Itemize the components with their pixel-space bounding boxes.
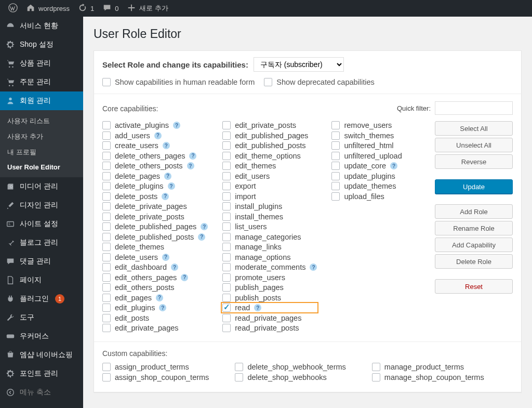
deprecated-checkbox[interactable] — [264, 78, 272, 86]
cap-checkbox[interactable] — [222, 243, 231, 251]
help-icon[interactable]: ? — [189, 152, 196, 160]
sidebar-subitem-1[interactable]: 사용자 추가 — [0, 129, 83, 144]
sidebar-item-13[interactable]: 우커머스 — [0, 327, 83, 346]
cap-update_core[interactable]: update_core ? — [331, 162, 402, 170]
cap-checkbox[interactable] — [222, 182, 231, 190]
cap-checkbox[interactable] — [102, 141, 111, 150]
cap-switch_themes[interactable]: switch_themes — [331, 131, 402, 140]
cap-checkbox[interactable] — [102, 162, 111, 170]
cap-checkbox[interactable] — [102, 253, 111, 261]
help-icon[interactable]: ? — [310, 264, 317, 271]
cap-checkbox[interactable] — [222, 152, 231, 160]
unselect-all-button[interactable]: Unselect All — [435, 138, 513, 152]
cap-moderate_comments[interactable]: moderate_comments ? — [222, 263, 317, 271]
cap-checkbox[interactable] — [102, 314, 111, 322]
cap-delete_shop_webhooks[interactable]: delete_shop_webhooks — [235, 373, 345, 381]
cap-checkbox[interactable] — [102, 273, 111, 282]
cap-export[interactable]: export — [222, 182, 317, 190]
cap-checkbox[interactable] — [102, 172, 111, 180]
cap-checkbox[interactable] — [235, 363, 243, 371]
cap-checkbox[interactable] — [222, 314, 231, 322]
sidebar-item-10[interactable]: 페이지 — [0, 271, 83, 289]
cap-install_plugins[interactable]: install_plugins — [222, 202, 317, 210]
cap-checkbox[interactable] — [102, 294, 111, 302]
cap-checkbox[interactable] — [222, 162, 231, 170]
cap-delete_users[interactable]: delete_users ? — [102, 253, 208, 261]
new-content-link[interactable]: 새로 추가 — [123, 3, 172, 14]
cap-assign_shop_coupon_terms[interactable]: assign_shop_coupon_terms — [102, 373, 209, 381]
cap-checkbox[interactable] — [102, 213, 111, 221]
comments-link[interactable]: 0 — [98, 3, 123, 14]
sidebar-item-0[interactable]: 서비스 현황 — [0, 17, 83, 35]
cap-edit_theme_options[interactable]: edit_theme_options — [222, 152, 317, 160]
role-select[interactable]: 구독자 (subscriber) — [254, 57, 344, 72]
sidebar-item-12[interactable]: 도구 — [0, 308, 83, 327]
cap-unfiltered_html[interactable]: unfiltered_html — [331, 141, 402, 150]
reverse-button[interactable]: Reverse — [435, 154, 513, 169]
cap-checkbox[interactable] — [331, 121, 340, 129]
cap-add_users[interactable]: add_users ? — [102, 131, 208, 140]
cap-install_themes[interactable]: install_themes — [222, 213, 317, 221]
cap-create_users[interactable]: create_users ? — [102, 141, 208, 150]
human-readable-checkbox[interactable] — [102, 78, 111, 86]
help-icon[interactable]: ? — [198, 233, 205, 241]
cap-read_private_posts[interactable]: read_private_posts — [222, 324, 317, 332]
site-link[interactable]: wordpress — [22, 3, 74, 14]
cap-import[interactable]: import — [222, 192, 317, 201]
cap-checkbox[interactable] — [102, 121, 111, 129]
help-icon[interactable]: ? — [173, 122, 180, 129]
updates-link[interactable]: 1 — [74, 3, 98, 14]
cap-delete_private_pages[interactable]: delete_private_pages — [102, 202, 208, 210]
cap-edit_others_posts[interactable]: edit_others_posts — [102, 283, 208, 292]
help-icon[interactable]: ? — [164, 173, 171, 180]
sidebar-item-6[interactable]: 디자인 관리 — [0, 196, 83, 215]
cap-checkbox[interactable] — [331, 162, 340, 170]
cap-edit_plugins[interactable]: edit_plugins ? — [102, 304, 208, 312]
cap-edit_dashboard[interactable]: edit_dashboard ? — [102, 263, 208, 271]
cap-checkbox[interactable] — [372, 363, 380, 371]
cap-delete_others_posts[interactable]: delete_others_posts ? — [102, 162, 208, 170]
cap-read[interactable]: read ? — [222, 304, 317, 312]
cap-checkbox[interactable] — [331, 152, 340, 160]
help-icon[interactable]: ? — [187, 162, 194, 169]
cap-checkbox[interactable] — [222, 263, 231, 271]
cap-checkbox[interactable] — [331, 131, 340, 140]
wp-logo[interactable] — [4, 3, 22, 14]
help-icon[interactable]: ? — [154, 132, 162, 139]
cap-delete_published_posts[interactable]: delete_published_posts ? — [102, 233, 208, 241]
cap-activate_plugins[interactable]: activate_plugins ? — [102, 121, 208, 129]
cap-checkbox[interactable] — [222, 294, 231, 302]
cap-read_private_pages[interactable]: read_private_pages — [222, 314, 317, 322]
help-icon[interactable]: ? — [254, 304, 261, 311]
help-icon[interactable]: ? — [156, 294, 163, 301]
cap-delete_shop_webhook_terms[interactable]: delete_shop_webhook_terms — [235, 363, 345, 371]
cap-checkbox[interactable] — [102, 222, 111, 231]
cap-checkbox[interactable] — [222, 131, 231, 140]
cap-edit_users[interactable]: edit_users — [222, 172, 317, 180]
sidebar-item-1[interactable]: Shop 설정 — [0, 35, 83, 54]
cap-edit_posts[interactable]: edit_posts — [102, 314, 208, 322]
add-role-button[interactable]: Add Role — [435, 204, 513, 219]
sidebar-item-4[interactable]: 회원 관리 — [0, 91, 83, 110]
cap-delete_plugins[interactable]: delete_plugins ? — [102, 182, 208, 190]
cap-unfiltered_upload[interactable]: unfiltered_upload — [331, 152, 402, 160]
cap-checkbox[interactable] — [102, 233, 111, 241]
cap-checkbox[interactable] — [235, 373, 243, 381]
help-icon[interactable]: ? — [163, 142, 170, 149]
cap-checkbox[interactable] — [102, 363, 111, 371]
cap-publish_posts[interactable]: publish_posts — [222, 294, 317, 302]
sidebar-item-7[interactable]: 사이트 설정 — [0, 215, 83, 233]
sidebar-item-14[interactable]: 엠샵 네이버쇼핑 — [0, 346, 83, 364]
cap-edit_published_pages[interactable]: edit_published_pages — [222, 131, 317, 140]
cap-edit_private_posts[interactable]: edit_private_posts — [222, 121, 317, 129]
help-icon[interactable]: ? — [162, 254, 169, 261]
sidebar-subitem-2[interactable]: 내 프로필 — [0, 144, 83, 160]
cap-checkbox[interactable] — [331, 172, 340, 180]
select-all-button[interactable]: Select All — [435, 121, 513, 136]
cap-edit_others_pages[interactable]: edit_others_pages ? — [102, 273, 208, 282]
sidebar-item-3[interactable]: 주문 관리 — [0, 73, 83, 91]
help-icon[interactable]: ? — [159, 304, 166, 311]
help-icon[interactable]: ? — [171, 264, 178, 271]
sidebar-subitem-0[interactable]: 사용자 리스트 — [0, 113, 83, 129]
cap-remove_users[interactable]: remove_users — [331, 121, 402, 129]
